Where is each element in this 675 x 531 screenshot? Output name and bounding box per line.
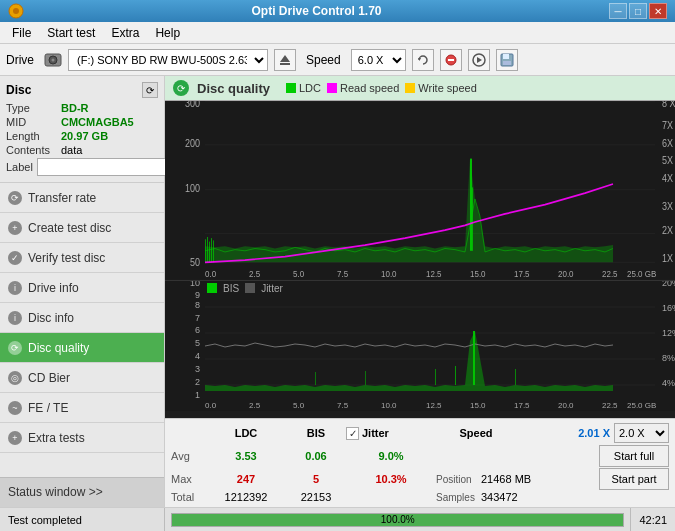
sidebar-item-drive-info[interactable]: i Drive info (0, 273, 164, 303)
sidebar-item-transfer-rate[interactable]: ⟳ Transfer rate (0, 183, 164, 213)
svg-text:20%: 20% (662, 281, 675, 288)
svg-rect-12 (503, 54, 509, 59)
close-button[interactable]: ✕ (649, 3, 667, 19)
bis-chart: 10 9 8 7 6 5 4 3 2 1 20% 16% 12% (165, 281, 675, 411)
max-bis: 5 (286, 473, 346, 485)
extra-tests-label: Extra tests (28, 431, 85, 445)
title-bar: Opti Drive Control 1.70 ─ □ ✕ (0, 0, 675, 22)
sidebar: Disc ⟳ Type BD-R MID CMCMAGBA5 Length 20… (0, 76, 165, 507)
status-window-button[interactable]: Status window >> (0, 477, 164, 507)
mid-label: MID (6, 116, 61, 128)
length-label: Length (6, 130, 61, 142)
svg-text:6X: 6X (662, 137, 673, 149)
sidebar-item-disc-quality[interactable]: ⟳ Disc quality (0, 333, 164, 363)
sidebar-item-extra-tests[interactable]: + Extra tests (0, 423, 164, 453)
jitter-header: Jitter (362, 427, 389, 439)
start-full-button[interactable]: Start full (599, 445, 669, 467)
disc-quality-icon: ⟳ (8, 341, 22, 355)
speed-label: Speed (306, 53, 341, 67)
sidebar-item-cd-bier[interactable]: ◎ CD Bier (0, 363, 164, 393)
drive-label: Drive (6, 53, 34, 67)
progress-text: 100.0% (172, 514, 623, 526)
max-label: Max (171, 473, 206, 485)
menu-extra[interactable]: Extra (103, 22, 147, 43)
svg-rect-6 (280, 63, 290, 65)
maximize-button[interactable]: □ (629, 3, 647, 19)
svg-text:20.0: 20.0 (558, 401, 574, 410)
drive-select[interactable]: (F:) SONY BD RW BWU-500S 2.63 (68, 49, 268, 71)
position-header: Position (436, 474, 481, 485)
status-label-section: Test completed (0, 508, 165, 531)
avg-ldc: 3.53 (206, 450, 286, 462)
label-label: Label (6, 161, 33, 173)
sidebar-item-fe-te[interactable]: ~ FE / TE (0, 393, 164, 423)
svg-text:8: 8 (195, 300, 200, 310)
svg-text:7X: 7X (662, 119, 673, 131)
svg-text:1X: 1X (662, 253, 673, 265)
disc-info-label: Disc info (28, 311, 74, 325)
speed-select[interactable]: 6.0 X (351, 49, 406, 71)
type-label: Type (6, 102, 61, 114)
label-input[interactable] (37, 158, 177, 176)
svg-text:8%: 8% (662, 353, 675, 363)
refresh-button[interactable] (412, 49, 434, 71)
svg-rect-88 (315, 372, 316, 385)
svg-text:25.0 GB: 25.0 GB (627, 269, 657, 280)
svg-text:15.0: 15.0 (470, 269, 486, 280)
transfer-rate-icon: ⟳ (8, 191, 22, 205)
jitter-checkbox[interactable]: ✓ (346, 427, 359, 440)
disc-section-title: Disc (6, 83, 31, 97)
svg-text:25.0 GB: 25.0 GB (627, 401, 656, 410)
sidebar-item-verify-test-disc[interactable]: ✓ Verify test disc (0, 243, 164, 273)
transfer-rate-label: Transfer rate (28, 191, 96, 205)
svg-text:22.5: 22.5 (602, 401, 618, 410)
contents-label: Contents (6, 144, 61, 156)
menu-help[interactable]: Help (147, 22, 188, 43)
svg-rect-87 (365, 371, 366, 385)
legend-write-speed: Write speed (405, 82, 477, 94)
svg-text:100: 100 (185, 182, 201, 194)
erase-button[interactable] (440, 49, 462, 71)
svg-point-1 (13, 8, 19, 14)
svg-text:2: 2 (195, 377, 200, 387)
write-button[interactable] (468, 49, 490, 71)
status-window-label: Status window >> (8, 485, 103, 499)
right-panel: ⟳ Disc quality LDC Read speed Write spee… (165, 76, 675, 507)
max-position: 21468 MB (481, 473, 531, 485)
svg-text:10.0: 10.0 (381, 269, 397, 280)
disc-refresh-button[interactable]: ⟳ (142, 82, 158, 98)
start-part-button[interactable]: Start part (599, 468, 669, 490)
main-content: Disc ⟳ Type BD-R MID CMCMAGBA5 Length 20… (0, 76, 675, 507)
svg-text:2.5: 2.5 (249, 401, 261, 410)
max-ldc: 247 (206, 473, 286, 485)
svg-text:6: 6 (195, 325, 200, 335)
menu-file[interactable]: File (4, 22, 39, 43)
chart-legend: LDC Read speed Write speed (286, 82, 477, 94)
save-button[interactable] (496, 49, 518, 71)
sidebar-item-create-test-disc[interactable]: + Create test disc (0, 213, 164, 243)
speed-value-display: 2.01 X (578, 427, 610, 439)
bis-legend-color (207, 283, 217, 293)
total-samples: 343472 (481, 491, 518, 503)
write-speed-color (405, 83, 415, 93)
eject-button[interactable] (274, 49, 296, 71)
svg-text:200: 200 (185, 137, 201, 149)
toolbar: Drive (F:) SONY BD RW BWU-500S 2.63 Spee… (0, 44, 675, 76)
speed-combo-select[interactable]: 2.0 X (614, 423, 669, 443)
time-section: 42:21 (631, 508, 675, 531)
svg-text:12.5: 12.5 (426, 269, 442, 280)
jitter-legend-label: Jitter (261, 283, 283, 294)
svg-text:2.5: 2.5 (249, 269, 260, 280)
sidebar-item-disc-info[interactable]: i Disc info (0, 303, 164, 333)
length-value: 20.97 GB (61, 130, 158, 142)
svg-point-4 (52, 58, 55, 61)
svg-text:12.5: 12.5 (426, 401, 442, 410)
svg-text:3X: 3X (662, 201, 673, 213)
title-bar-controls: ─ □ ✕ (609, 3, 667, 19)
minimize-button[interactable]: ─ (609, 3, 627, 19)
verify-test-disc-label: Verify test disc (28, 251, 105, 265)
total-bis: 22153 (286, 491, 346, 503)
app-icon (8, 3, 24, 19)
title-bar-text: Opti Drive Control 1.70 (24, 4, 609, 18)
menu-start-test[interactable]: Start test (39, 22, 103, 43)
